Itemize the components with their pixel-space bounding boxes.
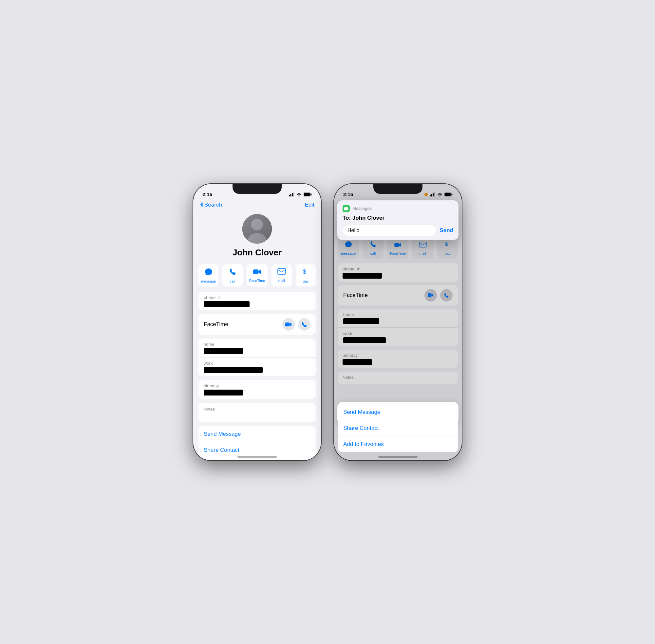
mail-button[interactable]: mail: [271, 264, 292, 286]
right-phone: 2:15 Search: [334, 184, 462, 460]
svg-rect-5: [304, 193, 310, 196]
contact-header: John Clover: [193, 211, 321, 264]
right-phone-screen: 2:15 Search: [334, 184, 462, 460]
home-value-redacted: [204, 348, 243, 354]
phone-value-redacted: [204, 301, 250, 307]
right-send-message-link[interactable]: Send Message: [338, 404, 458, 420]
action-links: Send Message Share Contact Add to Favori…: [199, 426, 316, 460]
messages-overlay: Messages To: John Clover Hello Send: [337, 200, 458, 240]
avatar-image: [242, 214, 272, 244]
facetime-button[interactable]: FaceTime: [247, 264, 268, 286]
svg-rect-3: [293, 192, 294, 197]
messages-header: Messages To: John Clover Hello Send: [337, 200, 458, 240]
messages-app-label: Messages: [343, 205, 453, 212]
message-label: message: [201, 279, 216, 283]
facetime-audio-button[interactable]: [298, 318, 311, 331]
call-button[interactable]: call: [222, 264, 242, 286]
home-indicator: [238, 456, 277, 458]
birthday-value-redacted: [204, 390, 243, 395]
status-icons: [289, 192, 312, 197]
messages-send-button[interactable]: Send: [439, 227, 453, 234]
signal-icon: [289, 192, 294, 197]
birthday-row: birthday: [199, 380, 316, 399]
star-icon: ☆: [218, 295, 221, 300]
status-time: 2:15: [202, 191, 212, 197]
mail-icon: [277, 268, 286, 277]
svg-text:$: $: [303, 269, 306, 275]
phone-section: phone ☆: [199, 292, 316, 310]
phone-label-text: phone: [204, 295, 216, 300]
call-label: call: [230, 279, 235, 283]
back-label: Search: [204, 202, 222, 208]
birthday-label: birthday: [204, 383, 311, 388]
birthday-section: birthday: [199, 380, 316, 399]
mail-label: mail: [278, 279, 285, 282]
wifi-icon: [296, 192, 302, 197]
svg-rect-1: [291, 194, 292, 197]
phone-label: phone ☆: [204, 295, 311, 300]
avatar-svg: [242, 214, 272, 244]
facetime-label: FaceTime: [249, 279, 265, 282]
facetime-row: FaceTime: [199, 314, 316, 335]
svg-rect-14: [285, 322, 290, 326]
chevron-left-icon: [200, 202, 203, 208]
svg-rect-12: [278, 269, 286, 274]
pay-label: pay: [302, 279, 309, 283]
messages-app-name: Messages: [353, 206, 372, 211]
pay-button[interactable]: $ pay: [296, 264, 316, 286]
left-phone-screen: 2:15 Search Edit: [193, 184, 321, 460]
message-icon: [205, 268, 212, 277]
birthday-label-text: birthday: [204, 383, 219, 388]
right-share-contact-link[interactable]: Share Contact: [338, 420, 458, 436]
svg-rect-6: [311, 193, 312, 195]
facetime-section-label: FaceTime: [204, 321, 228, 328]
add-favorites-link[interactable]: Add to Favorites: [199, 458, 316, 460]
facetime-video-button[interactable]: [282, 318, 295, 331]
back-button[interactable]: Search: [200, 202, 222, 208]
messages-input-text: Hello: [347, 228, 359, 233]
svg-rect-0: [289, 195, 290, 197]
email-section: home work: [199, 339, 316, 376]
messages-input[interactable]: Hello: [343, 225, 436, 236]
messages-app-icon: [343, 205, 350, 212]
right-action-links: Send Message Share Contact Add to Favori…: [338, 404, 458, 452]
call-icon: [229, 268, 236, 277]
notch: [232, 184, 281, 194]
pay-icon: $: [302, 268, 309, 277]
right-add-favorites-link[interactable]: Add to Favorites: [338, 436, 458, 452]
work-label: work: [204, 361, 311, 366]
send-message-link[interactable]: Send Message: [199, 426, 316, 442]
home-label-text: home: [204, 342, 214, 347]
edit-button[interactable]: Edit: [305, 202, 314, 208]
contact-name: John Clover: [232, 248, 281, 258]
facetime-section: FaceTime: [199, 314, 316, 335]
work-row: work: [199, 358, 316, 376]
avatar: [242, 214, 272, 244]
svg-rect-11: [253, 270, 258, 274]
svg-rect-10: [242, 214, 272, 244]
nav-bar: Search Edit: [193, 200, 321, 211]
messages-input-row: Hello Send: [343, 225, 453, 236]
home-row: home: [199, 339, 316, 358]
left-scroll-content[interactable]: John Clover message call: [193, 211, 321, 460]
work-value-redacted: [204, 367, 263, 373]
svg-rect-2: [292, 193, 293, 197]
work-label-text: work: [204, 361, 212, 366]
notes-section: Notes: [199, 403, 316, 422]
scene: 2:15 Search Edit: [193, 184, 462, 460]
phone-row: phone ☆: [199, 292, 316, 310]
action-buttons-row: message call FaceTime: [193, 264, 321, 292]
left-phone: 2:15 Search Edit: [193, 184, 321, 460]
home-label: home: [204, 342, 311, 347]
message-button[interactable]: message: [199, 264, 219, 286]
battery-icon: [303, 192, 312, 197]
facetime-icon: [253, 268, 261, 277]
notes-label: Notes: [204, 407, 311, 412]
messages-to: To: John Clover: [343, 215, 453, 221]
facetime-action-icons: [282, 318, 311, 331]
